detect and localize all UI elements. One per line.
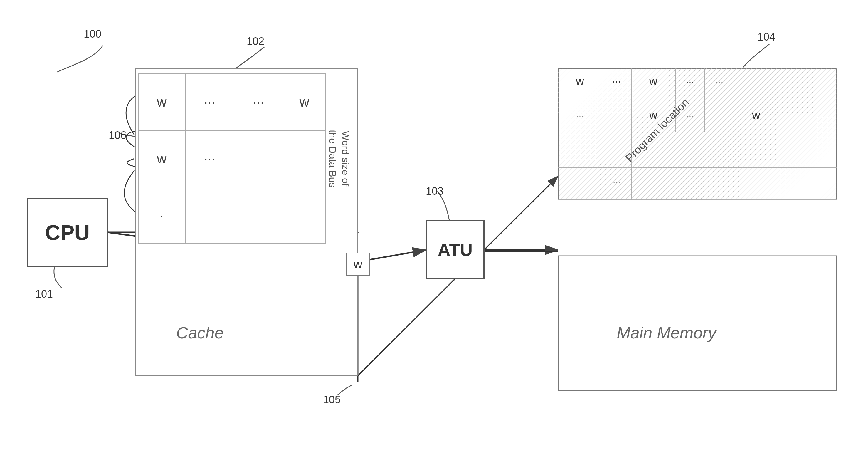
ref-101: 101 (35, 288, 53, 300)
cache-cell-r3c1: · (138, 187, 185, 244)
ref-106: 106 (108, 129, 126, 142)
svg-rect-40 (602, 132, 631, 167)
svg-rect-48 (734, 167, 837, 200)
svg-rect-43 (734, 132, 837, 167)
svg-text:w: w (649, 109, 657, 121)
cache-grid: w ··· ··· w w ··· · (138, 73, 326, 244)
cache-cell-r1c1: w (138, 74, 185, 130)
svg-rect-38 (778, 100, 837, 132)
svg-rect-47 (631, 167, 734, 200)
svg-rect-35 (705, 100, 734, 132)
svg-text:···: ··· (612, 75, 621, 88)
diagram-container: 100 101 102 103 104 105 106 CPU w ··· ··… (0, 0, 868, 460)
cache-cell-r2c2: ··· (185, 130, 234, 187)
svg-text:w: w (649, 75, 657, 88)
cache-cell-r2c1: w (138, 130, 185, 187)
ref-100: 100 (84, 28, 101, 40)
svg-rect-39 (558, 132, 602, 167)
memory-grid: w ··· w ··· ··· ··· w ··· w (558, 67, 837, 255)
ref-102: 102 (247, 35, 264, 48)
cache-cell-r3c4 (283, 187, 326, 244)
svg-text:···: ··· (686, 111, 694, 121)
atu-label: ATU (438, 240, 473, 260)
svg-rect-50 (558, 229, 837, 255)
w-box-cache: w (346, 253, 370, 276)
svg-text:···: ··· (686, 77, 694, 87)
cpu-label: CPU (45, 221, 90, 245)
cache-label: Cache (176, 323, 224, 342)
svg-text:w: w (576, 75, 584, 88)
cache-cell-r2c4 (283, 130, 326, 187)
cache-cell-r1c2: ··· (185, 74, 234, 130)
ref-103: 103 (426, 185, 443, 197)
svg-rect-44 (558, 167, 602, 200)
svg-rect-30 (602, 100, 631, 132)
svg-text:···: ··· (613, 177, 621, 187)
cpu-box: CPU (27, 198, 108, 267)
svg-rect-26 (734, 67, 784, 100)
cache-cell-r1c4: w (283, 74, 326, 130)
cache-cell-r3c3 (234, 187, 283, 244)
word-size-label: Word size of the Data Bus (328, 73, 351, 244)
svg-rect-49 (558, 200, 837, 229)
cache-cell-r3c2 (185, 187, 234, 244)
cache-cell-r2c3 (234, 130, 283, 187)
svg-rect-27 (784, 67, 837, 100)
svg-text:···: ··· (716, 77, 723, 87)
atu-box: ATU (426, 220, 485, 279)
cache-cell-r1c3: ··· (234, 74, 283, 130)
svg-text:···: ··· (576, 111, 584, 121)
svg-text:w: w (752, 109, 760, 121)
ref-104: 104 (757, 31, 775, 43)
ref-105: 105 (323, 394, 341, 406)
main-memory-label: Main Memory (617, 323, 716, 342)
